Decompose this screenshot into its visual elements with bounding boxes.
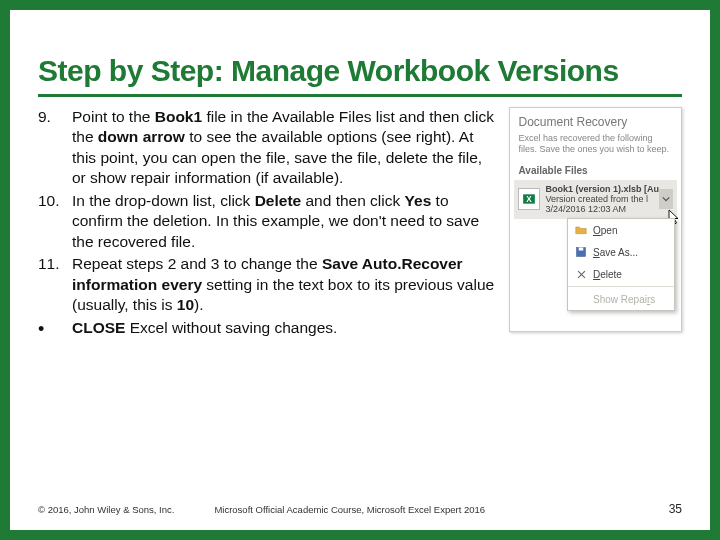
copyright: © 2016, John Wiley & Sons, Inc. — [38, 504, 174, 515]
file-context-menu: Open Save As... Delete Sho — [567, 218, 675, 311]
bullet-mark: • — [38, 318, 72, 338]
title-rule — [38, 94, 682, 97]
footer: © 2016, John Wiley & Sons, Inc. Microsof… — [38, 502, 682, 516]
doc-recovery-title: Document Recovery — [518, 115, 673, 129]
step-item: 11.Repeat steps 2 and 3 to change the Sa… — [38, 254, 497, 315]
step-text: Point to the Book1 file in the Available… — [72, 107, 497, 189]
save-icon — [575, 246, 587, 258]
menu-separator — [568, 286, 674, 287]
step-item: 10.In the drop-down list, click Delete a… — [38, 191, 497, 252]
file-name: Book1 (version 1).xlsb [Au — [545, 184, 659, 194]
available-files-label: Available Files — [518, 165, 673, 176]
svg-text:X: X — [527, 195, 533, 204]
menu-delete[interactable]: Delete — [568, 263, 674, 285]
file-text: Book1 (version 1).xlsb [Au Version creat… — [545, 184, 659, 215]
menu-save-as-label: Save As... — [593, 247, 638, 258]
menu-save-as[interactable]: Save As... — [568, 241, 674, 263]
menu-delete-label: Delete — [593, 269, 622, 280]
page-number: 35 — [669, 502, 682, 516]
blank-icon — [575, 293, 587, 305]
recovered-file-item[interactable]: X Book1 (version 1).xlsb [Au Version cre… — [514, 180, 677, 219]
excel-file-icon: X — [518, 188, 540, 210]
open-icon — [575, 224, 587, 236]
menu-show-repairs-label: Show Repairs — [593, 294, 655, 305]
page-title: Step by Step: Manage Workbook Versions — [38, 54, 682, 88]
bullet-item: •CLOSE Excel without saving changes. — [38, 318, 497, 338]
doc-recovery-subtitle: Excel has recovered the following files.… — [518, 133, 673, 155]
step-text: Repeat steps 2 and 3 to change the Save … — [72, 254, 497, 315]
file-timestamp: 3/24/2016 12:03 AM — [545, 204, 659, 214]
bullet-text: CLOSE Excel without saving changes. — [72, 318, 497, 338]
step-text: In the drop-down list, click Delete and … — [72, 191, 497, 252]
body: 9.Point to the Book1 file in the Availab… — [38, 107, 682, 340]
slide: Step by Step: Manage Workbook Versions 9… — [0, 0, 720, 540]
chevron-down-icon — [662, 195, 670, 203]
step-number: 11. — [38, 254, 72, 315]
svg-rect-3 — [579, 248, 584, 251]
document-recovery-panel: Document Recovery Excel has recovered th… — [509, 107, 682, 332]
menu-open[interactable]: Open — [568, 219, 674, 241]
menu-open-label: Open — [593, 225, 617, 236]
step-number: 10. — [38, 191, 72, 252]
step-number: 9. — [38, 107, 72, 189]
delete-icon — [575, 268, 587, 280]
step-item: 9.Point to the Book1 file in the Availab… — [38, 107, 497, 189]
menu-show-repairs: Show Repairs — [568, 288, 674, 310]
file-desc: Version created from the l — [545, 194, 659, 204]
course-name: Microsoft Official Academic Course, Micr… — [214, 504, 668, 515]
file-dropdown-button[interactable] — [659, 189, 673, 209]
steps-list: 9.Point to the Book1 file in the Availab… — [38, 107, 497, 340]
